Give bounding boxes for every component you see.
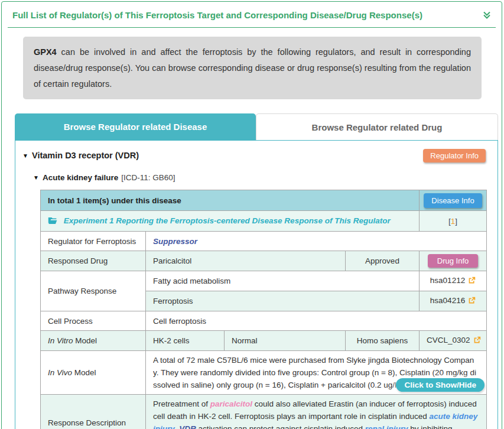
intro-text: GPX4 can be involved in and affect the f… — [23, 37, 482, 99]
drug-name: Paricalcitol — [146, 251, 346, 271]
response-description-text: Pretreatment of paricalcitol could also … — [146, 395, 487, 429]
text-segment: Pretreatment of — [153, 399, 210, 408]
row-label-italic: In Vivo — [48, 368, 72, 377]
tab-label: Browse Regulator related Drug — [312, 122, 443, 132]
table-row-pathway-1: Pathway Response Fatty acid metabolism h… — [41, 271, 487, 291]
disease-icd-code: [ICD-11: GB60] — [121, 173, 175, 182]
pathway-name: Ferroptosis — [146, 291, 420, 311]
row-label-italic: In Vitro — [48, 336, 73, 345]
table-row-responsed-drug: Responsed Drug Paricalcitol Approved Dru… — [41, 251, 487, 271]
pathway-link-hsa01212[interactable]: hsa01212 — [420, 271, 487, 291]
text-segment: activation can protect against cisplatin… — [196, 424, 365, 429]
cell-process-value: Cell ferroptosis — [146, 311, 487, 331]
disease-tree-row[interactable]: ▼ Acute kidney failure [ICD-11: GB60] — [15, 170, 498, 185]
tab-content: ▼ Vitamin D3 receptor (VDR) Regulator In… — [15, 140, 498, 429]
experiment-title: Experiment 1 Reporting the Ferroptosis-c… — [64, 216, 391, 225]
table-row-in-vitro: In Vitro Model HK-2 cells Normal Homo sa… — [41, 331, 487, 351]
item-count-text: In total 1 item(s) under this disease — [41, 190, 420, 211]
row-label: Regulator for Ferroptosis — [41, 232, 146, 251]
cell-status: Normal — [225, 331, 346, 351]
panel-heading: Full List of Regulator(s) of This Ferrop… — [8, 2, 496, 28]
table-row-cell-process: Cell Process Cell ferroptosis — [41, 311, 487, 331]
tab-regulator-drug[interactable]: Browse Regulator related Drug — [256, 113, 498, 140]
disease-info-button[interactable]: Disease Info — [424, 193, 482, 208]
regulator-list-panel: Full List of Regulator(s) of This Ferrop… — [1, 1, 502, 429]
row-label: Model — [72, 368, 96, 377]
caret-down-icon[interactable]: ▼ — [22, 152, 32, 159]
table-row-in-vivo: In Vivo Model A total of 72 male C57BL/6… — [41, 351, 487, 395]
row-label: Pathway Response — [41, 271, 146, 311]
page: Full List of Regulator(s) of This Ferrop… — [0, 0, 504, 429]
cellosaurus-link[interactable]: CVCL_0302 — [420, 331, 487, 351]
pathway-name: Fatty acid metabolism — [146, 271, 420, 291]
drug-status: Approved — [346, 251, 420, 271]
tab-bar: Browse Regulator related Disease Browse … — [15, 113, 498, 140]
panel-title: Full List of Regulator(s) of This Ferrop… — [12, 10, 422, 20]
row-label: Cell Process — [41, 311, 146, 331]
regulator-info-button[interactable]: Regulator Info — [423, 149, 486, 162]
show-hide-button[interactable]: Click to Show/Hide — [396, 378, 485, 392]
regulator-link[interactable]: VDR — [179, 424, 196, 429]
bracket: ] — [455, 217, 457, 226]
cell-line: HK-2 cells — [146, 331, 225, 351]
row-label: Responsed Drug — [41, 251, 146, 271]
pathway-id: hsa01212 — [430, 276, 465, 285]
external-link-icon — [468, 297, 476, 306]
tab-label: Browse Regulator related Disease — [64, 122, 207, 132]
disease-link[interactable]: renal injury — [365, 424, 408, 429]
response-table: In total 1 item(s) under this disease Di… — [40, 190, 487, 429]
drug-link[interactable]: paricalcitol — [210, 399, 252, 408]
external-link-icon — [468, 277, 476, 286]
table-row-header: In total 1 item(s) under this disease Di… — [41, 190, 487, 211]
row-label: Model — [73, 336, 97, 345]
regulator-tree-row[interactable]: ▼ Vitamin D3 receptor (VDR) Regulator In… — [15, 146, 498, 165]
cell-line-id: CVCL_0302 — [427, 336, 470, 344]
drug-info-button[interactable]: Drug Info — [428, 254, 478, 268]
table-row-response-description: Response Description Pretreatment of par… — [41, 395, 487, 429]
folder-open-icon — [48, 217, 60, 226]
table-row-experiment[interactable]: Experiment 1 Reporting the Ferroptosis-c… — [41, 211, 487, 232]
external-link-icon — [473, 337, 481, 346]
pathway-link-hsa04216[interactable]: hsa04216 — [420, 291, 487, 311]
experiment-count[interactable]: [1] — [420, 211, 487, 232]
regulator-name: Vitamin D3 receptor (VDR) — [32, 151, 139, 160]
pathway-id: hsa04216 — [430, 296, 465, 305]
regulator-role-value: Suppressor — [153, 237, 197, 246]
species: Homo sapiens — [346, 331, 420, 351]
chevron-double-down-icon[interactable] — [483, 11, 491, 20]
disease-name: Acute kidney failure — [43, 173, 118, 182]
tab-regulator-disease[interactable]: Browse Regulator related Disease — [15, 113, 256, 140]
row-label: Response Description — [41, 395, 146, 429]
target-gene-name: GPX4 — [34, 47, 57, 57]
caret-down-icon[interactable]: ▼ — [33, 174, 43, 181]
table-row-regulator-role: Regulator for Ferroptosis Suppressor — [41, 232, 487, 251]
intro-description: can be involved in and affect the ferrop… — [34, 47, 471, 89]
